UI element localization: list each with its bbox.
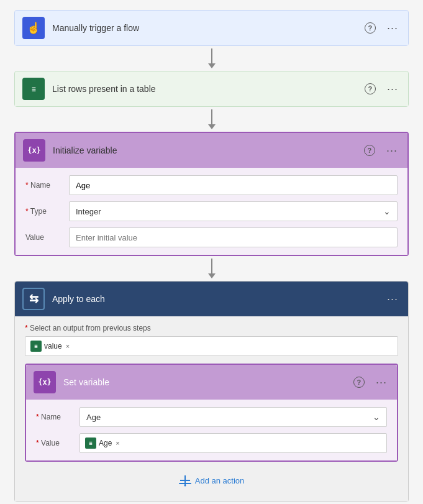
set-value-input[interactable]: ≡ Age × <box>80 433 387 453</box>
set-variable-ellipsis-button[interactable]: ··· <box>373 375 389 390</box>
svg-rect-2 <box>179 483 191 484</box>
add-action-area: Add an action <box>25 462 398 494</box>
help-circle-icon: ? <box>353 377 365 388</box>
age-tag-excel-icon: ≡ <box>85 438 96 449</box>
apply-icon: ⇄ <box>22 288 45 310</box>
connector-2 <box>208 107 216 132</box>
apply-each-ellipsis-button[interactable]: ··· <box>384 291 401 307</box>
init-variable-body: Name Type Integer ⌄ Value <box>16 168 407 255</box>
manual-trigger-help-button[interactable]: ? <box>362 21 378 35</box>
value-tag: ≡ value × <box>30 341 70 352</box>
manual-trigger-title: Manually trigger a flow <box>52 23 362 33</box>
chevron-down-icon: ⌄ <box>383 206 391 216</box>
type-select-value: Integer <box>76 207 101 216</box>
card-init-variable-header: {x} Initialize variable ? ··· <box>16 133 407 168</box>
set-name-label: Name <box>36 413 80 421</box>
init-variable-ellipsis-button[interactable]: ··· <box>384 143 400 158</box>
list-rows-icon: ≡ <box>22 78 45 100</box>
init-var-name-row: Name <box>25 175 398 195</box>
list-rows-ellipsis-button[interactable]: ··· <box>384 81 401 97</box>
svg-marker-3 <box>184 485 186 487</box>
arrow-head-1 <box>208 63 216 68</box>
init-variable-help-button[interactable]: ? <box>362 144 378 157</box>
age-tag: ≡ Age × <box>85 438 120 449</box>
list-rows-help-button[interactable]: ? <box>362 82 378 96</box>
var-curly-icon: {x} <box>27 146 41 155</box>
list-rows-title: List rows present in a table <box>52 84 362 94</box>
flow-canvas: ☝ Manually trigger a flow ? ··· ≡ List r… <box>10 10 413 502</box>
tag-excel-icon: ≡ <box>30 341 42 352</box>
age-tag-close-icon[interactable]: × <box>116 439 119 447</box>
set-variable-body: Name Age ⌄ Value ≡ <box>26 400 397 460</box>
add-action-icon <box>179 474 191 487</box>
arrow-line-2 <box>211 109 212 124</box>
set-variable-actions: ? ··· <box>351 375 389 390</box>
loop-icon: ⇄ <box>29 292 39 306</box>
select-output-input[interactable]: ≡ value × <box>25 336 398 356</box>
help-circle-icon: ? <box>365 22 376 34</box>
select-output-label: Select an output from previous steps <box>25 324 398 332</box>
set-name-select-value: Age <box>86 413 101 422</box>
init-variable-actions: ? ··· <box>362 143 400 158</box>
card-manual-trigger: ☝ Manually trigger a flow ? ··· <box>14 10 409 46</box>
init-variable-title: Initialize variable <box>53 145 362 155</box>
name-input[interactable] <box>69 175 398 195</box>
card-list-rows-header: ≡ List rows present in a table ? ··· <box>15 71 408 106</box>
apply-each-title: Apply to each <box>52 294 384 304</box>
card-apply-each: ⇄ Apply to each ··· Select an output fro… <box>14 281 409 502</box>
set-variable-title: Set variable <box>63 377 351 387</box>
init-var-icon: {x} <box>23 139 45 162</box>
card-init-variable: {x} Initialize variable ? ··· Name Type … <box>14 132 409 256</box>
arrow-head-2 <box>208 124 216 129</box>
tag-text: value <box>44 342 62 351</box>
connector-3 <box>208 256 216 281</box>
chevron-down-icon: ⌄ <box>373 412 380 422</box>
set-var-value-row: Value ≡ Age × <box>36 433 387 453</box>
value-label: Value <box>25 233 69 242</box>
card-set-variable-header: {x} Set variable ? ··· <box>26 365 397 400</box>
manual-trigger-actions: ? ··· <box>362 21 401 36</box>
add-action-button[interactable]: Add an action <box>179 474 245 487</box>
set-value-label: Value <box>36 439 80 447</box>
set-name-select[interactable]: Age ⌄ <box>80 407 387 427</box>
type-label: Type <box>25 207 69 216</box>
card-manual-trigger-header: ☝ Manually trigger a flow ? ··· <box>15 11 408 45</box>
excel-icon: ≡ <box>32 85 35 93</box>
apply-each-body: Select an output from previous steps ≡ v… <box>15 316 408 502</box>
add-action-svg <box>179 474 191 487</box>
apply-each-actions: ··· <box>384 291 401 307</box>
help-circle-icon: ? <box>364 145 375 156</box>
age-tag-text: Age <box>99 439 112 447</box>
init-var-type-row: Type Integer ⌄ <box>25 201 398 221</box>
init-var-value-row: Value <box>25 227 398 247</box>
set-var-name-row: Name Age ⌄ <box>36 407 387 427</box>
tag-close-icon[interactable]: × <box>66 342 70 350</box>
cursor-icon: ☝ <box>27 21 40 35</box>
manual-trigger-icon: ☝ <box>22 17 45 39</box>
name-label: Name <box>25 181 69 190</box>
connector-1 <box>208 46 216 71</box>
set-var-icon: {x} <box>34 371 56 393</box>
type-select[interactable]: Integer ⌄ <box>69 201 398 221</box>
manual-trigger-ellipsis-button[interactable]: ··· <box>384 21 401 36</box>
list-rows-actions: ? ··· <box>362 81 401 97</box>
card-set-variable: {x} Set variable ? ··· Name Age <box>25 364 398 462</box>
value-input[interactable] <box>69 227 398 247</box>
help-circle-icon: ? <box>365 83 376 94</box>
arrow-line-1 <box>211 48 212 63</box>
card-apply-each-header: ⇄ Apply to each ··· <box>15 282 408 316</box>
card-list-rows: ≡ List rows present in a table ? ··· <box>14 71 409 107</box>
set-variable-help-button[interactable]: ? <box>351 375 367 389</box>
add-action-label: Add an action <box>195 476 245 485</box>
arrow-line-3 <box>211 259 212 273</box>
arrow-head-3 <box>208 273 216 278</box>
set-var-curly-icon: {x} <box>38 378 52 387</box>
